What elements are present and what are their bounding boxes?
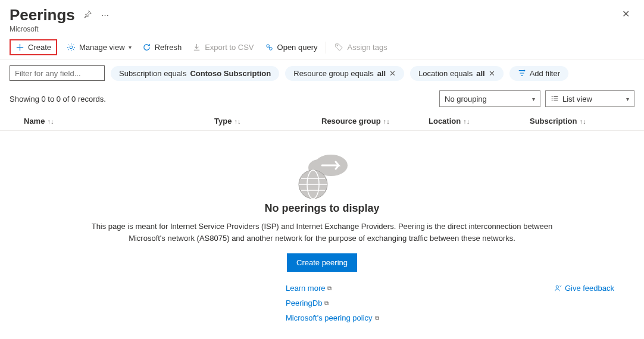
- peeringdb-link[interactable]: PeeringDb⧉: [286, 299, 329, 307]
- filter-bar: Subscription equals Contoso Subscription…: [0, 59, 644, 86]
- record-count: Showing 0 to 0 of 0 records.: [10, 95, 106, 103]
- external-link-icon: ⧉: [375, 315, 379, 322]
- sort-icon: ↑↓: [579, 118, 586, 125]
- list-icon: [551, 95, 559, 103]
- learn-more-link[interactable]: Learn more⧉: [286, 284, 332, 293]
- page-subtitle: Microsoft: [10, 25, 634, 33]
- empty-state-icon: [286, 149, 358, 202]
- empty-state: No peerings to display This page is mean…: [0, 131, 644, 328]
- sort-icon: ↑↓: [47, 118, 54, 125]
- filter-add-icon: [518, 69, 526, 77]
- status-bar: Showing 0 to 0 of 0 records. No grouping…: [0, 86, 644, 112]
- download-icon: [192, 43, 201, 52]
- pin-icon[interactable]: [82, 9, 93, 21]
- grouping-select[interactable]: No grouping ▾: [439, 90, 540, 107]
- gear-icon: [67, 43, 76, 52]
- sort-icon: ↑↓: [463, 118, 470, 125]
- chevron-down-icon: ▾: [532, 96, 535, 102]
- column-resource-group[interactable]: Resource group↑↓: [321, 117, 429, 125]
- filter-pill-location[interactable]: Location equals all ✕: [410, 66, 504, 81]
- plus-icon: [15, 43, 24, 52]
- assign-tags-button[interactable]: Assign tags: [330, 39, 392, 55]
- sort-icon: ↑↓: [234, 118, 240, 125]
- page-title: Peerings: [10, 6, 75, 24]
- add-filter-button[interactable]: Add filter: [509, 66, 568, 81]
- svg-point-0: [70, 46, 73, 49]
- close-icon[interactable]: ✕: [489, 69, 495, 78]
- sort-icon: ↑↓: [383, 118, 390, 125]
- more-icon[interactable]: ⋯: [100, 10, 110, 21]
- refresh-icon: [142, 43, 151, 52]
- create-button[interactable]: Create: [10, 39, 57, 55]
- chevron-down-icon: ▾: [129, 44, 132, 51]
- column-location[interactable]: Location↑↓: [429, 117, 530, 125]
- svg-point-3: [337, 45, 338, 46]
- external-link-icon: ⧉: [327, 285, 332, 292]
- close-button[interactable]: ✕: [617, 6, 634, 22]
- empty-description: This page is meant for Internet Service …: [78, 221, 566, 244]
- export-csv-button[interactable]: Export to CSV: [187, 39, 258, 55]
- column-subscription[interactable]: Subscription↑↓: [530, 117, 637, 125]
- manage-view-button[interactable]: Manage view ▾: [62, 39, 136, 55]
- empty-title: No peerings to display: [12, 202, 632, 215]
- column-type[interactable]: Type↑↓: [214, 117, 321, 125]
- create-peering-button[interactable]: Create peering: [287, 253, 357, 272]
- feedback-icon: [554, 284, 562, 293]
- filter-pill-resource-group[interactable]: Resource group equals all ✕: [285, 66, 404, 81]
- external-link-icon: ⧉: [324, 300, 329, 307]
- filter-pill-subscription[interactable]: Subscription equals Contoso Subscription: [111, 66, 279, 81]
- command-bar: Create Manage view ▾ Refresh Export to C…: [0, 36, 644, 59]
- tag-icon: [334, 43, 343, 52]
- give-feedback-link[interactable]: Give feedback: [554, 284, 614, 293]
- close-icon[interactable]: ✕: [389, 69, 396, 78]
- peering-policy-link[interactable]: Microsoft's peering policy⧉: [286, 313, 379, 322]
- refresh-button[interactable]: Refresh: [137, 39, 187, 55]
- column-name[interactable]: Name↑↓: [0, 117, 214, 125]
- chevron-down-icon: ▾: [626, 96, 629, 102]
- open-query-button[interactable]: Open query: [260, 39, 323, 55]
- separator: [326, 42, 326, 54]
- query-icon: [265, 43, 274, 52]
- page-header: Peerings ⋯ Microsoft ✕: [0, 0, 644, 36]
- table-header: Name↑↓ Type↑↓ Resource group↑↓ Location↑…: [0, 112, 644, 131]
- view-select[interactable]: List view ▾: [545, 90, 634, 107]
- svg-point-9: [556, 285, 558, 288]
- filter-input[interactable]: [10, 65, 105, 81]
